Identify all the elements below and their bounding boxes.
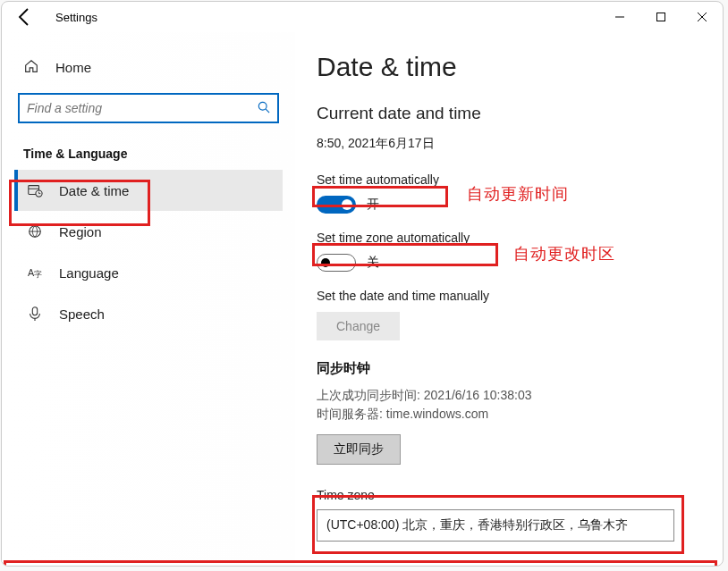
sidebar: Home Time & Language Date & time Regi	[2, 32, 295, 566]
home-nav[interactable]: Home	[14, 48, 283, 86]
home-icon	[23, 58, 39, 77]
current-datetime: 8:50, 2021年6月17日	[317, 136, 696, 152]
svg-rect-1	[657, 13, 665, 21]
minimize-button[interactable]	[599, 2, 640, 32]
sidebar-item-language[interactable]: A字 Language	[14, 252, 283, 293]
back-button[interactable]	[14, 6, 36, 28]
svg-rect-10	[32, 307, 37, 315]
svg-text:字: 字	[34, 270, 42, 279]
sidebar-item-label: Speech	[59, 306, 105, 322]
sidebar-item-label: Language	[59, 265, 119, 281]
annotation-text-auto-tz: 自动更改时区	[513, 243, 615, 265]
sidebar-item-region[interactable]: Region	[14, 211, 283, 252]
svg-line-3	[266, 109, 269, 113]
timezone-select[interactable]: (UTC+08:00) 北京，重庆，香港特别行政区，乌鲁木齐	[317, 509, 674, 542]
sync-now-button[interactable]: 立即同步	[317, 434, 401, 465]
page-title: Date & time	[317, 52, 696, 82]
sidebar-item-label: Date & time	[59, 183, 129, 198]
section-label: Time & Language	[23, 147, 283, 161]
auto-tz-label: Set time zone automatically	[317, 231, 470, 245]
calendar-clock-icon	[27, 182, 43, 198]
microphone-icon	[27, 306, 43, 322]
auto-tz-toggle[interactable]	[317, 254, 356, 272]
auto-time-toggle[interactable]	[317, 196, 356, 214]
auto-time-label: Set time automatically	[317, 172, 439, 187]
language-icon: A字	[27, 265, 43, 281]
main-content: Date & time Current date and time 8:50, …	[295, 32, 723, 566]
sync-heading: 同步时钟	[317, 360, 696, 377]
svg-point-2	[258, 102, 267, 110]
sidebar-item-label: Region	[59, 224, 102, 239]
maximize-button[interactable]	[640, 2, 681, 32]
section-current-datetime: Current date and time	[317, 104, 696, 123]
auto-tz-state: 关	[367, 255, 379, 271]
sync-last: 上次成功同步时间: 2021/6/16 10:38:03	[317, 386, 696, 405]
globe-icon	[27, 223, 43, 239]
search-icon	[258, 101, 270, 116]
manual-label: Set the date and time manually	[317, 289, 489, 303]
annotation-text-auto-time: 自动更新时间	[467, 183, 569, 205]
timezone-value: (UTC+08:00) 北京，重庆，香港特别行政区，乌鲁木齐	[326, 517, 628, 533]
home-label: Home	[55, 60, 91, 75]
search-input[interactable]	[27, 101, 258, 115]
sidebar-item-date-time[interactable]: Date & time	[14, 170, 283, 211]
window-title: Settings	[55, 11, 97, 24]
close-button[interactable]	[681, 2, 723, 32]
sync-server: 时间服务器: time.windows.com	[317, 405, 696, 424]
timezone-label: Time zone	[317, 488, 696, 502]
search-box[interactable]	[18, 93, 279, 123]
sync-info: 上次成功同步时间: 2021/6/16 10:38:03 时间服务器: time…	[317, 386, 696, 424]
annotation-bottom-edge	[4, 560, 717, 566]
auto-time-state: 开	[367, 197, 379, 213]
sidebar-item-speech[interactable]: Speech	[14, 293, 283, 334]
titlebar: Settings	[2, 2, 723, 32]
change-button[interactable]: Change	[317, 312, 400, 340]
